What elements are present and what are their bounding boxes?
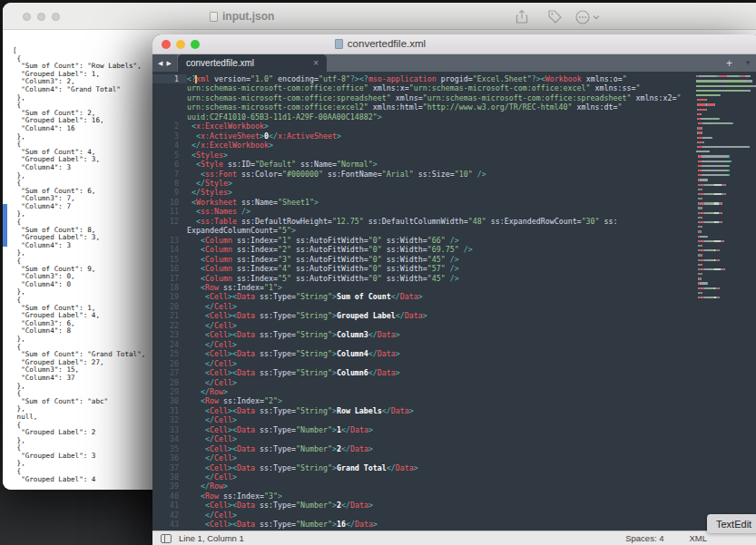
code-line[interactable]: 5 <Styles> xyxy=(152,151,756,160)
code-line[interactable]: 31 <Cell><Data ss:Type="String">Row Labe… xyxy=(152,406,756,415)
code-line[interactable]: 16 <Column ss:Index="4" ss:AutoFitWidth=… xyxy=(152,264,756,273)
dock-tooltip: TextEdit xyxy=(707,514,756,533)
code-line[interactable]: 42 </Cell> xyxy=(152,511,756,520)
line-number: 36 xyxy=(152,453,187,462)
code-line[interactable]: urn:schemas-microsoft-com:office:office"… xyxy=(152,83,756,92)
code-line[interactable]: 14 <Column ss:Index="2" ss:AutoFitWidth=… xyxy=(152,245,756,254)
textedit-titlebar[interactable]: input.json Search xyxy=(3,3,756,30)
code-line[interactable]: 13 <Column ss:Index="1" ss:AutoFitWidth=… xyxy=(152,236,756,245)
back-icon[interactable]: ◀ xyxy=(158,60,162,67)
line-number: 35 xyxy=(152,444,187,453)
code-line[interactable]: 43 <Cell><Data ss:Type="Number">16</Data… xyxy=(152,520,756,529)
code-lines: 1<?xml version="1.0" encoding="utf-8"?><… xyxy=(152,74,756,530)
desktop: input.json Search [ { "Sum of Count" xyxy=(0,0,756,545)
code-line[interactable]: 24 </Cell> xyxy=(152,340,756,349)
syntax-setting[interactable]: XML xyxy=(689,533,707,543)
json-line: }, xyxy=(13,437,145,445)
line-number: 21 xyxy=(152,311,187,320)
new-tab-icon[interactable]: + xyxy=(726,57,732,70)
code-line[interactable]: 15 <Column ss:Index="3" ss:AutoFitWidth=… xyxy=(152,255,756,264)
document-icon xyxy=(210,12,218,22)
code-line[interactable]: 41 <Cell><Data ss:Type="Number">2</Data> xyxy=(152,501,756,510)
line-number: 39 xyxy=(152,482,187,491)
code-line[interactable]: 36 </Cell> xyxy=(152,453,756,462)
code-line[interactable]: 30 <Row ss:Index="2"> xyxy=(152,396,756,405)
line-number: 11 xyxy=(152,207,187,216)
code-line[interactable]: 39 </Row> xyxy=(152,482,756,491)
code-line[interactable]: 32 </Cell> xyxy=(152,415,756,424)
editor-window[interactable]: convertedfile.xml ◀ ▶ convertedfile.xml … xyxy=(152,34,756,545)
code-line[interactable]: 23 <Cell><Data ss:Type="String">Column3<… xyxy=(152,330,756,339)
minimap[interactable] xyxy=(696,74,756,300)
zoom-button[interactable] xyxy=(52,13,60,21)
code-line[interactable]: 17 <Column ss:Index="5" ss:AutoFitWidth=… xyxy=(152,274,756,283)
code-line[interactable]: 1<?xml version="1.0" encoding="utf-8"?><… xyxy=(152,74,756,83)
line-number: 20 xyxy=(152,302,187,311)
code-line[interactable]: 37 <Cell><Data ss:Type="String">Grand To… xyxy=(152,463,756,472)
minimize-button[interactable] xyxy=(37,13,45,21)
code-line[interactable]: 26 </Cell> xyxy=(152,359,756,368)
code-line[interactable]: 25 <Cell><Data ss:Type="String">Column4<… xyxy=(152,349,756,358)
code-line[interactable]: 12 <ss:Table ss:DefaultRowHeight="12.75"… xyxy=(152,217,756,226)
forward-icon[interactable]: ▶ xyxy=(167,60,172,67)
code-line[interactable]: 22 </Cell> xyxy=(152,321,756,330)
tab-convertedfile[interactable]: convertedfile.xml × xyxy=(178,54,327,72)
sidebar-toggle-icon[interactable] xyxy=(161,534,172,543)
cursor-position[interactable]: Line 1, Column 1 xyxy=(179,533,244,543)
json-line: "Sum of Count": "abc" xyxy=(13,398,145,406)
code-line[interactable]: 35 <Cell><Data ss:Type="Number">2</Data> xyxy=(152,444,756,453)
json-line: }, xyxy=(13,133,145,141)
code-line[interactable]: uuid:C2F41010-65B3-11d1-A29F-00AA00C1488… xyxy=(152,112,756,122)
code-line[interactable]: ExpandedColumnCount="5"> xyxy=(152,226,756,235)
line-number: 30 xyxy=(152,396,187,405)
code-editor[interactable]: 1<?xml version="1.0" encoding="utf-8"?><… xyxy=(152,72,756,530)
code-line[interactable]: 34 </Cell> xyxy=(152,434,756,443)
window-title: input.json xyxy=(222,10,274,23)
code-line[interactable]: 27 <Cell><Data ss:Type="String">Column6<… xyxy=(152,368,756,377)
code-line[interactable]: 8 </Style> xyxy=(152,179,756,188)
line-number: 14 xyxy=(152,245,187,254)
code-line[interactable]: 21 <Cell><Data ss:Type="String">Grouped … xyxy=(152,311,756,320)
status-bar: Line 1, Column 1 Spaces: 4 XML xyxy=(152,530,756,545)
close-button[interactable] xyxy=(23,13,31,21)
scrollbar-thumb[interactable] xyxy=(3,204,7,247)
code-line[interactable]: 33 <Cell><Data ss:Type="Number">1</Data> xyxy=(152,425,756,434)
code-line[interactable]: 9 </Styles> xyxy=(152,188,756,197)
more-actions-icon[interactable] xyxy=(574,9,602,29)
code-line[interactable]: 2 <x:ExcelWorkbook> xyxy=(152,122,756,131)
share-icon[interactable] xyxy=(515,9,529,28)
line-number: 12 xyxy=(152,217,187,226)
line-number: 17 xyxy=(152,274,187,283)
indent-setting[interactable]: Spaces: 4 xyxy=(625,533,663,543)
editor-titlebar[interactable]: convertedfile.xml xyxy=(152,34,756,54)
code-line[interactable]: urn:schemas-microsoft-com:office:spreads… xyxy=(152,93,756,102)
document-icon xyxy=(335,39,343,49)
code-line[interactable]: 6 <Style ss:ID="Default" ss:Name="Normal… xyxy=(152,160,756,169)
line-number: 27 xyxy=(152,368,187,377)
code-line[interactable]: 20 </Cell> xyxy=(152,302,756,311)
line-number xyxy=(152,112,187,122)
line-number: 25 xyxy=(152,349,187,358)
code-line[interactable]: 29 </Row> xyxy=(152,387,756,396)
line-number: 23 xyxy=(152,330,187,339)
code-line[interactable]: urn:schemas-microsoft-com:office:excel2"… xyxy=(152,102,756,112)
tab-overflow-icon[interactable]: ▼ xyxy=(744,59,751,67)
code-line[interactable]: 11 <ss:Names /> xyxy=(152,207,756,216)
json-document[interactable]: [ { "Sum of Count": "Row Labels", "Group… xyxy=(13,47,145,483)
dock-tooltip-label: TextEdit xyxy=(716,519,751,530)
text-caret xyxy=(195,75,197,83)
code-line[interactable]: 4 </x:ExcelWorkbook> xyxy=(152,141,756,150)
code-line[interactable]: 19 <Cell><Data ss:Type="String">Sum of C… xyxy=(152,292,756,301)
window-title-group: convertedfile.xml xyxy=(152,38,608,51)
code-line[interactable]: 28 </Cell> xyxy=(152,378,756,387)
line-number: 19 xyxy=(152,292,187,301)
code-line[interactable]: 38 </Cell> xyxy=(152,472,756,482)
close-icon[interactable]: × xyxy=(313,58,319,68)
code-line[interactable]: 10 <Worksheet ss:Name="Sheet1"> xyxy=(152,198,756,207)
json-line: "Grouped Label": 3 xyxy=(13,453,145,461)
code-line[interactable]: 7 <ss:Font ss:Color="#000000" ss:FontNam… xyxy=(152,170,756,179)
code-line[interactable]: 3 <x:ActiveSheet>0</x:ActiveSheet> xyxy=(152,131,756,141)
tag-icon[interactable] xyxy=(547,9,563,28)
code-line[interactable]: 40 <Row ss:Index="3"> xyxy=(152,491,756,501)
code-line[interactable]: 18 <Row ss:Index="1"> xyxy=(152,283,756,292)
